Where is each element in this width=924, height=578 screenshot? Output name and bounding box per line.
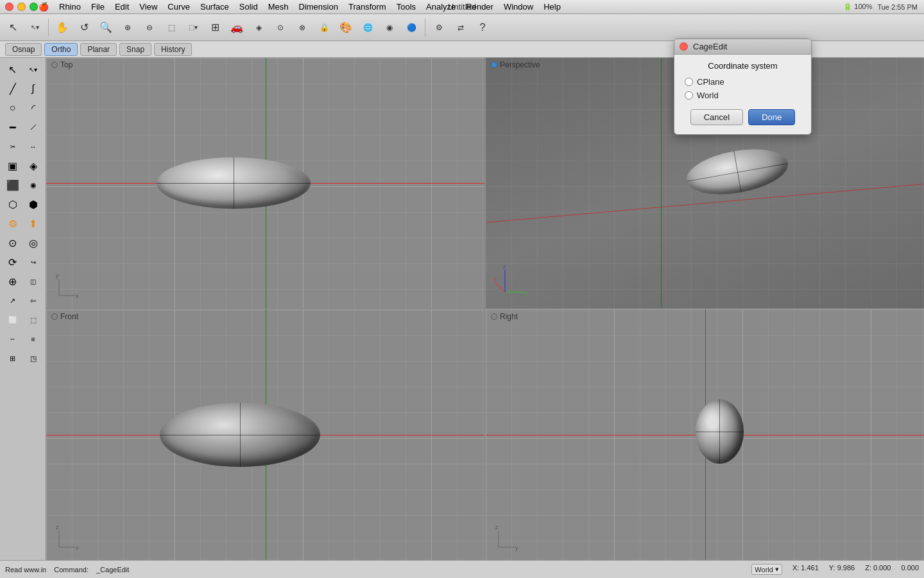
menu-view[interactable]: View: [139, 2, 157, 12]
menu-render[interactable]: Render: [466, 2, 493, 12]
close-button[interactable]: [5, 3, 13, 11]
curve-icon[interactable]: ∫: [24, 80, 43, 98]
render-preview2[interactable]: ◈: [248, 17, 269, 38]
nurbs-icon[interactable]: ◈: [24, 157, 43, 175]
display-mode3[interactable]: ◉: [379, 17, 400, 38]
display-mode2[interactable]: 🌐: [357, 17, 378, 38]
help-btn[interactable]: ?: [472, 17, 493, 38]
world-radio-label: World: [697, 91, 719, 100]
apple-menu[interactable]: 🍎: [38, 2, 49, 12]
layer2-icon[interactable]: ◫: [24, 272, 43, 290]
sidebar-row-8: ⬡ ⬢: [3, 195, 43, 213]
dimension-icon[interactable]: ◎: [24, 234, 43, 252]
menu-file[interactable]: File: [91, 2, 105, 12]
cplane-label: CPlane: [697, 77, 724, 87]
osnap-tool[interactable]: ⊙: [270, 17, 291, 38]
cage-dialog-close[interactable]: [680, 42, 688, 51]
trim-icon[interactable]: ✂: [3, 137, 22, 155]
display-mode4[interactable]: 🔵: [401, 17, 422, 38]
mesh2-icon[interactable]: ⬢: [24, 195, 43, 213]
display-mode[interactable]: 🎨: [336, 17, 356, 38]
done-button[interactable]: Done: [748, 109, 795, 125]
menu-analyze[interactable]: Analyze: [426, 2, 456, 12]
select-sub-icon[interactable]: ↖▾: [24, 60, 43, 78]
right-status: 🔋 100% Tue 2:55 PM: [843, 3, 918, 11]
zoom-ext[interactable]: ⬚: [161, 17, 182, 38]
menu-surface[interactable]: Surface: [200, 2, 229, 12]
select-sub-tool[interactable]: ↖▾: [24, 17, 45, 38]
cplane-radio[interactable]: [685, 78, 693, 86]
render-icon[interactable]: ⬜: [3, 311, 22, 329]
section-icon[interactable]: ╌: [3, 330, 22, 348]
lock-obj[interactable]: 🔒: [314, 17, 334, 38]
world-icon[interactable]: ⇦: [24, 292, 43, 310]
line2-icon[interactable]: ⟋: [24, 118, 43, 136]
viewport-front[interactable]: Front x z: [46, 310, 484, 560]
ellipse-right-vline: [719, 399, 720, 464]
menu-help[interactable]: Help: [543, 2, 561, 12]
menu-transform[interactable]: Transform: [348, 2, 386, 12]
menu-rhino[interactable]: Rhino: [59, 2, 81, 12]
menu-window[interactable]: Window: [504, 2, 533, 12]
minimize-button[interactable]: [17, 3, 26, 11]
select-tool[interactable]: ↖: [3, 17, 23, 38]
select-icon[interactable]: ↖: [3, 60, 22, 78]
ortho-button[interactable]: Ortho: [44, 43, 78, 56]
pan-tool[interactable]: ✋: [52, 17, 73, 38]
viewport-top[interactable]: Top x y: [46, 58, 484, 308]
move-icon[interactable]: ⟳: [3, 253, 22, 271]
menu-mesh[interactable]: Mesh: [268, 2, 289, 12]
history-button[interactable]: History: [154, 43, 192, 56]
osnap-button[interactable]: Osnap: [5, 43, 42, 56]
menu-edit[interactable]: Edit: [115, 2, 129, 12]
cage-icon[interactable]: ⊞: [3, 349, 22, 367]
rotate-view[interactable]: ↺: [74, 17, 94, 38]
render2-icon[interactable]: ⬚: [24, 311, 43, 329]
cage-edit-tool[interactable]: ⚙: [429, 17, 449, 38]
title-bar: 🍎 Rhino File Edit View Curve Surface Sol…: [0, 0, 924, 14]
planar-button[interactable]: Planar: [80, 43, 117, 56]
polyline-icon[interactable]: ╱: [3, 80, 22, 98]
zoom-window[interactable]: 🔍: [96, 17, 116, 38]
gumball[interactable]: ⊗: [292, 17, 312, 38]
line-icon[interactable]: ━: [3, 118, 22, 136]
viewport-right[interactable]: Right y z: [486, 310, 924, 560]
snap-setting-icon[interactable]: ↗: [3, 292, 22, 310]
x-value: 1.461: [801, 564, 819, 575]
cancel-button[interactable]: Cancel: [690, 109, 743, 125]
solid-box-icon[interactable]: ⬛: [3, 176, 22, 194]
rotate-icon[interactable]: ↪: [24, 253, 43, 271]
render-preview[interactable]: 🚗: [227, 17, 247, 38]
surface-icon[interactable]: ▣: [3, 157, 22, 175]
menu-solid[interactable]: Solid: [239, 2, 258, 12]
sidebar-row-13: ↗ ⇦: [3, 292, 43, 310]
transform-icon[interactable]: ⚙: [3, 215, 22, 232]
circle-icon[interactable]: ○: [3, 99, 22, 117]
section2-icon[interactable]: ≡: [24, 330, 43, 348]
sidebar-row-10: ⊙ ◎: [3, 234, 43, 252]
y-label: Y:: [829, 564, 835, 575]
z-label: Z:: [865, 564, 871, 575]
analyze-icon[interactable]: ⊙: [3, 234, 22, 252]
menu-dimension[interactable]: Dimension: [299, 2, 338, 12]
ellipse-top-vline: [234, 157, 234, 209]
mesh-icon[interactable]: ⬡: [3, 195, 22, 213]
gumball-icon[interactable]: ⬆: [24, 215, 43, 232]
layer-icon[interactable]: ⊕: [3, 272, 22, 290]
solid2-icon[interactable]: ◉: [24, 176, 43, 194]
cage2-icon[interactable]: ◳: [24, 349, 43, 367]
extend-icon[interactable]: ↔: [24, 137, 43, 155]
zoom-out[interactable]: ⊖: [139, 17, 160, 38]
transform-tool[interactable]: ⇄: [450, 17, 471, 38]
sidebar-row-9: ⚙ ⬆: [3, 215, 43, 232]
menu-curve[interactable]: Curve: [167, 2, 190, 12]
snap-button[interactable]: Snap: [119, 43, 151, 56]
zoom-ext-all[interactable]: ⬚▾: [183, 17, 203, 38]
maximize-button[interactable]: [30, 3, 38, 11]
world-radio[interactable]: [685, 91, 693, 100]
zoom-in[interactable]: ⊕: [117, 17, 138, 38]
viewport-layout[interactable]: ⊞: [205, 17, 225, 38]
menu-tools[interactable]: Tools: [397, 2, 416, 12]
arc-icon[interactable]: ◜: [24, 99, 43, 117]
world-dropdown[interactable]: World ▾: [751, 564, 782, 575]
